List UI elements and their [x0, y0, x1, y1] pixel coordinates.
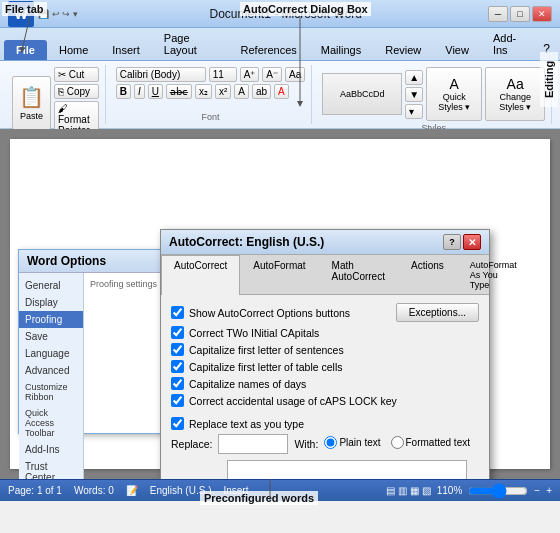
capitalize-days-label: Capitalize names of days — [189, 378, 306, 390]
change-styles-button[interactable]: Aa Change Styles ▾ — [485, 67, 545, 121]
wo-item-customize[interactable]: Customize Ribbon — [19, 379, 83, 405]
tab-mailings[interactable]: Mailings — [309, 40, 373, 60]
word-options-dialog: Word Options General Display Proofing Sa… — [18, 249, 173, 434]
plain-text-radio[interactable] — [324, 436, 337, 449]
zoom-in-button[interactable]: + — [546, 485, 552, 496]
paste-button[interactable]: 📋 Paste — [12, 76, 51, 130]
correct-two-caps-label: Correct TWo INitial CApitals — [189, 327, 319, 339]
grow-font-button[interactable]: A⁺ — [240, 67, 260, 82]
formatted-text-label: Formatted text — [391, 436, 470, 449]
wo-item-qat[interactable]: Quick Access Toolbar — [19, 405, 83, 441]
shrink-font-button[interactable]: A⁻ — [262, 67, 282, 82]
styles-scroll-down[interactable]: ▼ — [405, 87, 423, 102]
font-group: Calibri (Body) 11 A⁺ A⁻ Aa B I U a̶b̶c̶ … — [110, 65, 313, 124]
file-tab-callout-label: File tab — [2, 2, 47, 16]
dialog-help-button[interactable]: ? — [443, 234, 461, 250]
exceptions-button[interactable]: Exceptions... — [396, 303, 479, 322]
with-input-row — [171, 460, 479, 479]
underline-button[interactable]: U — [148, 84, 163, 99]
editing-callout-label: Editing — [540, 52, 558, 107]
with-input[interactable] — [227, 460, 467, 479]
autocorrect-callout-label: AutoCorrect Dialog Box — [240, 2, 371, 16]
zoom-slider[interactable] — [468, 485, 528, 497]
cut-button[interactable]: ✂ Cut — [54, 67, 99, 82]
quick-styles-button[interactable]: A Quick Styles ▾ — [426, 67, 482, 121]
styles-arrows: ▲ ▼ ▾ — [405, 70, 423, 119]
font-color-button[interactable]: A — [274, 84, 289, 99]
caps-lock-row: Correct accidental usage of cAPS LOCK ke… — [171, 394, 479, 407]
wo-item-save[interactable]: Save — [19, 328, 83, 345]
word-options-content: Proofing settings — [84, 273, 172, 479]
replace-input[interactable] — [218, 434, 288, 454]
with-spacer — [171, 460, 223, 479]
wo-item-proofing[interactable]: Proofing — [19, 311, 83, 328]
copy-button[interactable]: ⎘ Copy — [54, 84, 99, 99]
capitalize-table-label: Capitalize first letter of table cells — [189, 361, 342, 373]
text-effects-button[interactable]: A — [234, 84, 249, 99]
highlight-button[interactable]: ab — [252, 84, 271, 99]
dialog-tab-actions[interactable]: Actions — [398, 255, 457, 294]
bold-button[interactable]: B — [116, 84, 131, 99]
word-options-title: Word Options — [19, 250, 172, 273]
tab-references[interactable]: References — [229, 40, 309, 60]
replace-text-label: Replace text as you type — [189, 418, 304, 430]
correct-two-caps-checkbox[interactable] — [171, 326, 184, 339]
wo-item-trust[interactable]: Trust Center — [19, 458, 83, 479]
minimize-button[interactable]: ─ — [488, 6, 508, 22]
styles-gallery[interactable]: AaBbCcDd — [322, 73, 402, 115]
tab-view[interactable]: View — [433, 40, 481, 60]
wo-item-general[interactable]: General — [19, 277, 83, 294]
dialog-tab-autoformat-as-you-type[interactable]: AutoFormat As You Type — [457, 255, 530, 294]
view-icons: ▤ ▥ ▦ ▧ — [386, 485, 430, 496]
capitalize-sentences-checkbox[interactable] — [171, 343, 184, 356]
capitalize-sentences-row: Capitalize first letter of sentences — [171, 343, 479, 356]
capitalize-table-checkbox[interactable] — [171, 360, 184, 373]
wo-item-language[interactable]: Language — [19, 345, 83, 362]
capitalize-sentences-label: Capitalize first letter of sentences — [189, 344, 344, 356]
preconfigured-callout-label: Preconfigured words — [200, 491, 318, 505]
strikethrough-button[interactable]: a̶b̶c̶ — [166, 84, 192, 99]
zoom-out-button[interactable]: − — [534, 485, 540, 496]
styles-more[interactable]: ▾ — [405, 104, 423, 119]
capitalize-days-checkbox[interactable] — [171, 377, 184, 390]
tab-addins[interactable]: Add-Ins — [481, 28, 537, 60]
wo-item-advanced[interactable]: Advanced — [19, 362, 83, 379]
word-options-sidebar: General Display Proofing Save Language A… — [19, 273, 84, 479]
wo-item-display[interactable]: Display — [19, 294, 83, 311]
tab-page-layout[interactable]: Page Layout — [152, 28, 229, 60]
replace-text-checkbox[interactable] — [171, 417, 184, 430]
tab-insert[interactable]: Insert — [100, 40, 152, 60]
ribbon: 📋 Paste ✂ Cut ⎘ Copy 🖌 Format Painter Cl… — [0, 61, 560, 129]
paste-label: Paste — [20, 111, 43, 121]
clipboard-row: 📋 Paste ✂ Cut ⎘ Copy 🖌 Format Painter — [12, 67, 99, 138]
tab-file[interactable]: File — [4, 40, 47, 60]
styles-scroll-up[interactable]: ▲ — [405, 70, 423, 85]
italic-button[interactable]: I — [134, 84, 145, 99]
formatted-text-radio[interactable] — [391, 436, 404, 449]
caps-lock-checkbox[interactable] — [171, 394, 184, 407]
close-button[interactable]: ✕ — [532, 6, 552, 22]
show-options-checkbox[interactable] — [171, 306, 184, 319]
capitalize-table-row: Capitalize first letter of table cells — [171, 360, 479, 373]
plain-text-label: Plain text — [324, 436, 380, 449]
dialog-tab-math[interactable]: Math AutoCorrect — [319, 255, 398, 294]
capitalize-days-row: Capitalize names of days — [171, 377, 479, 390]
font-size-selector[interactable]: 11 — [209, 67, 237, 82]
status-page: Page: 1 of 1 — [8, 485, 62, 496]
subscript-button[interactable]: x₂ — [195, 84, 212, 99]
clear-format-button[interactable]: Aa — [285, 67, 305, 82]
superscript-button[interactable]: x² — [215, 84, 231, 99]
font-name-selector[interactable]: Calibri (Body) — [116, 67, 206, 82]
wo-item-addins[interactable]: Add-Ins — [19, 441, 83, 458]
change-styles-label: Change Styles ▾ — [492, 92, 538, 112]
show-options-row: Show AutoCorrect Options buttons — [171, 306, 350, 319]
wo-content-hint: Proofing settings — [90, 279, 166, 289]
dialog-tab-autoformat[interactable]: AutoFormat — [240, 255, 318, 294]
tab-review[interactable]: Review — [373, 40, 433, 60]
dialog-tab-autocorrect[interactable]: AutoCorrect — [161, 255, 240, 295]
styles-group: AaBbCcDd ▲ ▼ ▾ A Quick Styles ▾ Aa Chang… — [316, 65, 552, 124]
replace-label: Replace: — [171, 438, 212, 450]
restore-button[interactable]: □ — [510, 6, 530, 22]
tab-home[interactable]: Home — [47, 40, 100, 60]
dialog-close-button[interactable]: ✕ — [463, 234, 481, 250]
